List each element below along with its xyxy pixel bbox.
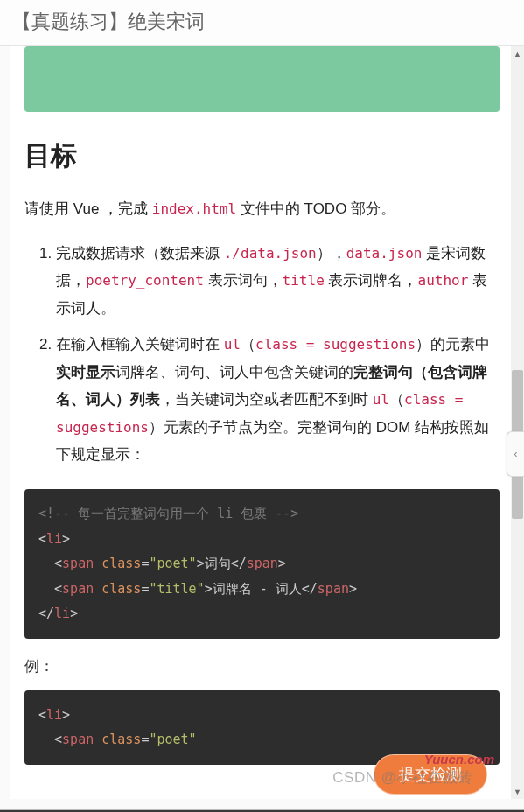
text: 在输入框输入关键词时在 — [56, 336, 224, 353]
text: ）， — [317, 245, 346, 262]
text: （ — [389, 391, 404, 408]
green-banner — [24, 46, 500, 112]
requirement-list: 完成数据请求（数据来源 ./data.json），data.json 是宋词数据… — [24, 240, 500, 469]
text: ）的元素中 — [416, 336, 490, 353]
text: 词牌名、词句、词人中包含关键词的 — [115, 364, 353, 381]
side-expand-tab[interactable]: ‹ — [507, 431, 524, 477]
text: 表示词牌名， — [325, 272, 418, 289]
code-ul: ul — [373, 391, 389, 408]
code-attr: class — [101, 732, 141, 747]
text: 表示词句， — [204, 272, 283, 289]
text: 完成数据请求（数据来源 — [56, 245, 224, 262]
scroll-down-icon[interactable]: ▼ — [511, 784, 524, 799]
code-string: "poet" — [149, 556, 196, 571]
bottom-divider — [0, 808, 524, 812]
code-author: author — [418, 272, 469, 289]
code-text: 词句 — [205, 556, 231, 571]
code-ul: ul — [224, 336, 241, 353]
text: ，当关键词为空或者匹配不到时 — [160, 391, 373, 408]
brand-watermark: Yuucn.com — [424, 752, 494, 766]
code-attr: class — [101, 581, 141, 597]
intro-text-suffix: 文件中的 TODO 部分。 — [236, 200, 395, 217]
intro-text: 请使用 Vue ，完成 — [24, 200, 152, 217]
code-tag: span — [247, 556, 278, 571]
content-wrap: 目标 请使用 Vue ，完成 index.html 文件中的 TODO 部分。 … — [0, 46, 524, 799]
main-content: 目标 请使用 Vue ，完成 index.html 文件中的 TODO 部分。 … — [10, 46, 514, 799]
chevron-left-icon: ‹ — [514, 448, 518, 460]
section-heading: 目标 — [24, 138, 500, 174]
text: （ — [241, 336, 255, 353]
code-block-structure: <!-- 每一首完整词句用一个 li 包裹 --> <li> <span cla… — [24, 489, 500, 639]
example-label: 例： — [24, 656, 500, 676]
code-tag: li — [54, 606, 70, 621]
scroll-up-icon[interactable]: ▲ — [511, 46, 524, 61]
code-tag: span — [318, 581, 349, 597]
code-string: "title" — [149, 581, 204, 597]
code-tag: span — [62, 556, 94, 571]
code-string: "poet" — [149, 732, 196, 747]
list-item: 完成数据请求（数据来源 ./data.json），data.json 是宋词数据… — [56, 240, 500, 322]
list-item: 在输入框输入关键词时在 ul（class = suggestions）的元素中实… — [56, 331, 500, 468]
code-comment: <!-- 每一首完整词句用一个 li 包裹 --> — [38, 506, 298, 522]
code-title: title — [283, 272, 325, 289]
code-attr: class — [101, 556, 141, 571]
code-data-json-path: ./data.json — [224, 245, 317, 262]
bold-realtime: 实时显示 — [56, 364, 115, 381]
intro-paragraph: 请使用 Vue ，完成 index.html 文件中的 TODO 部分。 — [24, 197, 500, 222]
code-tag: li — [46, 531, 62, 547]
code-poetry-content: poetry_content — [86, 272, 204, 289]
code-tag: li — [46, 707, 62, 723]
code-text: 词牌名 - 词人 — [213, 581, 302, 597]
code-data-json: data.json — [346, 245, 423, 262]
inner-scrollbar[interactable]: ▲ ▼ — [511, 46, 524, 799]
csdn-watermark: CSDN @小社在搬砖 — [332, 767, 473, 788]
code-class-suggestions: class = suggestions — [255, 336, 416, 353]
code-tag: span — [62, 581, 94, 597]
page-title: 【真题练习】绝美宋词 — [0, 0, 524, 46]
code-tag: span — [62, 732, 94, 747]
code-index-html: index.html — [152, 200, 236, 217]
